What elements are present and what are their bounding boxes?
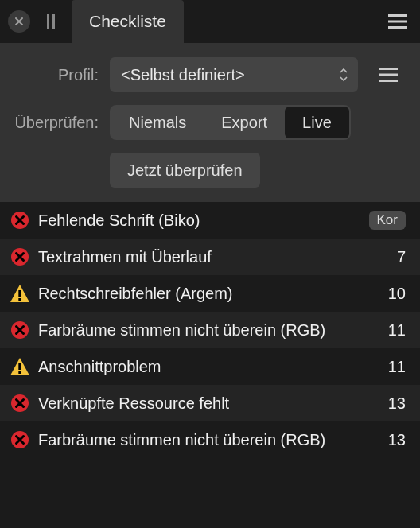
- controls-area: Profil: <Selbst definiert> Überprüfen: N…: [0, 43, 420, 202]
- warning-icon: [8, 284, 32, 303]
- dock-button[interactable]: [41, 12, 60, 31]
- issue-count: 13: [383, 394, 406, 413]
- hamburger-icon: [379, 67, 398, 83]
- close-button[interactable]: [8, 10, 30, 33]
- issues-list: Fehlende Schrift (Biko)KorTextrahmen mit…: [0, 202, 420, 528]
- svg-rect-5: [379, 68, 398, 70]
- issue-label: Rechtschreibfehler (Argem): [32, 284, 383, 304]
- svg-rect-14: [18, 371, 21, 374]
- error-icon: [8, 247, 32, 266]
- profile-menu-button[interactable]: [371, 57, 406, 92]
- seg-live[interactable]: Live: [285, 107, 349, 138]
- issue-label: Anschnittproblem: [32, 357, 383, 377]
- seg-never[interactable]: Niemals: [111, 107, 204, 138]
- svg-rect-4: [388, 26, 407, 29]
- close-icon: [14, 17, 24, 26]
- profile-select[interactable]: <Selbst definiert>: [110, 57, 358, 92]
- check-label: Überprüfen:: [8, 114, 110, 132]
- error-icon: [8, 394, 32, 413]
- issue-row[interactable]: Textrahmen mit Überlauf7: [0, 239, 420, 275]
- svg-rect-13: [18, 363, 21, 370]
- preflight-panel: Checkliste Profil: <Selbst definiert> Üb…: [0, 0, 420, 528]
- check-now-button[interactable]: Jetzt überprüfen: [110, 153, 260, 188]
- issue-row[interactable]: Verknüpfte Ressource fehlt13: [0, 385, 420, 421]
- issue-row[interactable]: Rechtschreibfehler (Argem)10: [0, 275, 420, 312]
- svg-rect-0: [47, 14, 49, 29]
- error-icon: [8, 430, 32, 449]
- svg-rect-11: [18, 298, 21, 301]
- titlebar: Checkliste: [0, 0, 420, 43]
- profile-value: <Selbst definiert>: [121, 66, 245, 84]
- svg-rect-3: [388, 21, 407, 23]
- issue-count: 10: [383, 285, 406, 303]
- issue-label: Farbräume stimmen nicht überein (RGB): [32, 320, 383, 340]
- profile-label: Profil:: [8, 66, 110, 84]
- updown-icon: [339, 67, 348, 83]
- panel-menu-button[interactable]: [383, 7, 412, 36]
- error-icon: [8, 320, 32, 340]
- issue-label: Fehlende Schrift (Biko): [32, 211, 369, 231]
- svg-rect-2: [388, 14, 407, 17]
- tab-label: Checkliste: [89, 12, 166, 31]
- error-icon: [8, 211, 32, 230]
- tab-checklist[interactable]: Checkliste: [72, 0, 184, 43]
- issue-label: Textrahmen mit Überlauf: [32, 247, 383, 267]
- seg-export[interactable]: Export: [204, 107, 285, 138]
- hamburger-icon: [388, 14, 407, 29]
- svg-rect-10: [18, 290, 21, 297]
- issue-row[interactable]: Farbräume stimmen nicht überein (RGB)11: [0, 312, 420, 348]
- svg-rect-6: [379, 74, 398, 76]
- issue-label: Farbräume stimmen nicht überein (RGB): [32, 430, 383, 450]
- issue-label: Verknüpfte Ressource fehlt: [32, 394, 383, 413]
- issue-count: 11: [383, 321, 406, 340]
- warning-icon: [8, 357, 32, 376]
- svg-rect-1: [52, 14, 55, 29]
- issue-count: 7: [383, 248, 406, 266]
- issue-badge[interactable]: Kor: [369, 211, 406, 230]
- dock-icon: [45, 14, 56, 29]
- svg-rect-7: [379, 80, 398, 82]
- issue-count: 13: [383, 431, 406, 449]
- issue-row[interactable]: Anschnittproblem11: [0, 348, 420, 385]
- check-mode-segment: Niemals Export Live: [110, 105, 351, 140]
- issue-row[interactable]: Fehlende Schrift (Biko)Kor: [0, 202, 420, 239]
- issue-count: 11: [383, 358, 406, 376]
- issue-row[interactable]: Farbräume stimmen nicht überein (RGB)13: [0, 421, 420, 458]
